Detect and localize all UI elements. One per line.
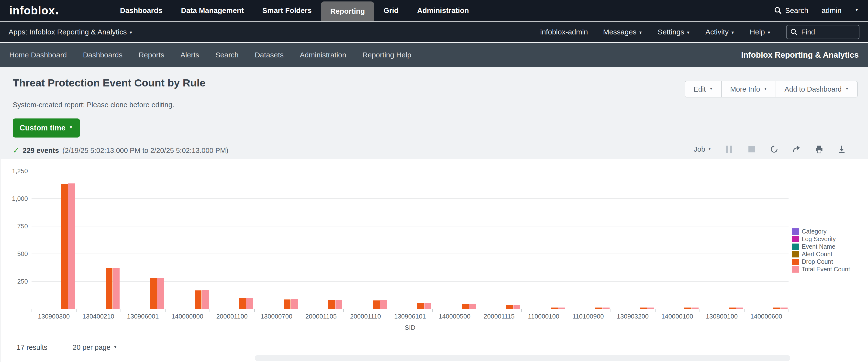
bar[interactable] bbox=[692, 307, 699, 309]
bar[interactable] bbox=[462, 304, 469, 309]
nav-grid[interactable]: Grid bbox=[374, 0, 408, 21]
legend-item[interactable]: Total Event Count bbox=[792, 265, 850, 273]
messages-menu[interactable]: Messages ▼ bbox=[603, 28, 642, 36]
apps-selector[interactable]: Apps: Infoblox Reporting & Analytics ▼ bbox=[8, 28, 133, 36]
bar[interactable] bbox=[640, 307, 647, 309]
pause-icon[interactable] bbox=[724, 144, 734, 154]
global-search-button[interactable]: Search bbox=[774, 6, 808, 15]
find-input[interactable] bbox=[801, 28, 850, 36]
job-menu[interactable]: Job▼ bbox=[694, 145, 712, 154]
bar[interactable] bbox=[469, 304, 476, 309]
menu-home-dashboard[interactable]: Home Dashboard bbox=[9, 51, 67, 59]
bar[interactable] bbox=[417, 303, 424, 309]
bar[interactable] bbox=[68, 184, 75, 309]
bar[interactable] bbox=[595, 307, 602, 309]
legend-label: Alert Count bbox=[802, 251, 832, 258]
menu-search[interactable]: Search bbox=[215, 51, 239, 59]
x-axis-tick-label: 130800100 bbox=[700, 312, 744, 320]
nav-smart-folders[interactable]: Smart Folders bbox=[253, 0, 321, 21]
legend-item[interactable]: Alert Count bbox=[792, 251, 850, 258]
print-icon[interactable] bbox=[814, 144, 824, 154]
bar[interactable] bbox=[647, 307, 654, 309]
bar[interactable] bbox=[558, 307, 565, 309]
bar[interactable] bbox=[61, 184, 68, 309]
menu-alerts[interactable]: Alerts bbox=[181, 51, 199, 59]
bar[interactable] bbox=[105, 268, 113, 309]
bar[interactable] bbox=[736, 307, 743, 309]
bar[interactable] bbox=[150, 278, 157, 309]
download-icon[interactable] bbox=[837, 144, 846, 154]
bar[interactable] bbox=[157, 278, 164, 309]
bar[interactable] bbox=[551, 307, 558, 309]
x-axis-tick bbox=[611, 309, 611, 312]
bar[interactable] bbox=[514, 305, 520, 309]
bar[interactable] bbox=[373, 300, 379, 309]
per-page-selector[interactable]: 20 per page▼ bbox=[73, 343, 117, 352]
legend-item[interactable]: Drop Count bbox=[792, 258, 850, 265]
bar[interactable] bbox=[425, 303, 431, 309]
menu-reporting-help[interactable]: Reporting Help bbox=[362, 51, 411, 59]
stop-icon[interactable] bbox=[747, 144, 756, 154]
help-menu[interactable]: Help ▼ bbox=[750, 28, 771, 36]
legend-item[interactable]: Log Severity bbox=[792, 235, 850, 243]
legend-swatch bbox=[792, 243, 799, 250]
bar[interactable] bbox=[781, 307, 787, 309]
bar[interactable] bbox=[328, 300, 335, 309]
share-icon[interactable] bbox=[792, 144, 802, 154]
horizontal-scrollbar[interactable] bbox=[255, 355, 790, 361]
more-info-button[interactable]: More Info▼ bbox=[721, 81, 776, 97]
menu-administration[interactable]: Administration bbox=[300, 51, 346, 59]
find-searchbox[interactable] bbox=[786, 25, 860, 39]
user-chevron-down-icon[interactable]: ▼ bbox=[855, 7, 859, 12]
brand-text: infoblox bbox=[9, 4, 55, 17]
legend-item[interactable]: Category bbox=[792, 228, 850, 235]
menu-reports[interactable]: Reports bbox=[138, 51, 164, 59]
custom-time-button[interactable]: Custom time▼ bbox=[13, 119, 80, 137]
bar[interactable] bbox=[113, 268, 120, 309]
settings-menu[interactable]: Settings ▼ bbox=[658, 28, 690, 36]
x-axis-tick bbox=[744, 309, 745, 312]
user-name[interactable]: admin bbox=[822, 6, 842, 15]
bar[interactable] bbox=[684, 307, 691, 309]
legend-label: Total Event Count bbox=[802, 266, 850, 273]
menu-dashboards[interactable]: Dashboards bbox=[83, 51, 123, 59]
events-status: ✓ 229 events (2/19/25 5:02:13.000 PM to … bbox=[13, 146, 228, 155]
x-axis-tick-label: 110000100 bbox=[521, 312, 566, 320]
y-axis-tick-label: 1,250 bbox=[0, 167, 28, 175]
x-axis-title: SID bbox=[32, 324, 788, 331]
x-axis-line bbox=[32, 309, 788, 309]
bar[interactable] bbox=[195, 290, 202, 309]
bar[interactable] bbox=[246, 298, 253, 309]
y-axis-tick-label: 750 bbox=[0, 223, 28, 230]
add-to-dashboard-button[interactable]: Add to Dashboard▼ bbox=[776, 81, 857, 97]
x-axis-tick bbox=[655, 309, 655, 312]
menu-datasets[interactable]: Datasets bbox=[255, 51, 284, 59]
bar[interactable] bbox=[773, 307, 780, 309]
x-axis-tick bbox=[566, 309, 566, 312]
job-chevron-down-icon: ▼ bbox=[708, 146, 712, 151]
nav-reporting[interactable]: Reporting bbox=[321, 1, 374, 21]
legend-swatch bbox=[792, 259, 799, 265]
bar[interactable] bbox=[202, 290, 209, 309]
nav-administration[interactable]: Administration bbox=[408, 0, 478, 21]
legend-item[interactable]: Event Name bbox=[792, 243, 850, 251]
edit-button[interactable]: Edit▼ bbox=[685, 81, 721, 97]
activity-menu[interactable]: Activity ▼ bbox=[705, 28, 735, 36]
bar[interactable] bbox=[729, 307, 736, 309]
gridline bbox=[32, 281, 788, 282]
bar[interactable] bbox=[336, 300, 342, 309]
nav-data-management[interactable]: Data Management bbox=[172, 0, 253, 21]
bar[interactable] bbox=[506, 305, 513, 309]
bar[interactable] bbox=[291, 299, 298, 309]
bar[interactable] bbox=[284, 299, 290, 309]
bar[interactable] bbox=[602, 307, 609, 309]
bar[interactable] bbox=[380, 300, 387, 309]
nav-dashboards[interactable]: Dashboards bbox=[111, 0, 172, 21]
x-axis-tick bbox=[477, 309, 477, 312]
x-axis-tick bbox=[76, 309, 76, 312]
reload-icon[interactable] bbox=[769, 144, 779, 154]
infoblox-admin-link[interactable]: infoblox-admin bbox=[540, 28, 588, 36]
results-count: 17 results bbox=[17, 343, 48, 352]
legend-label: Event Name bbox=[802, 243, 835, 250]
bar[interactable] bbox=[239, 298, 246, 309]
